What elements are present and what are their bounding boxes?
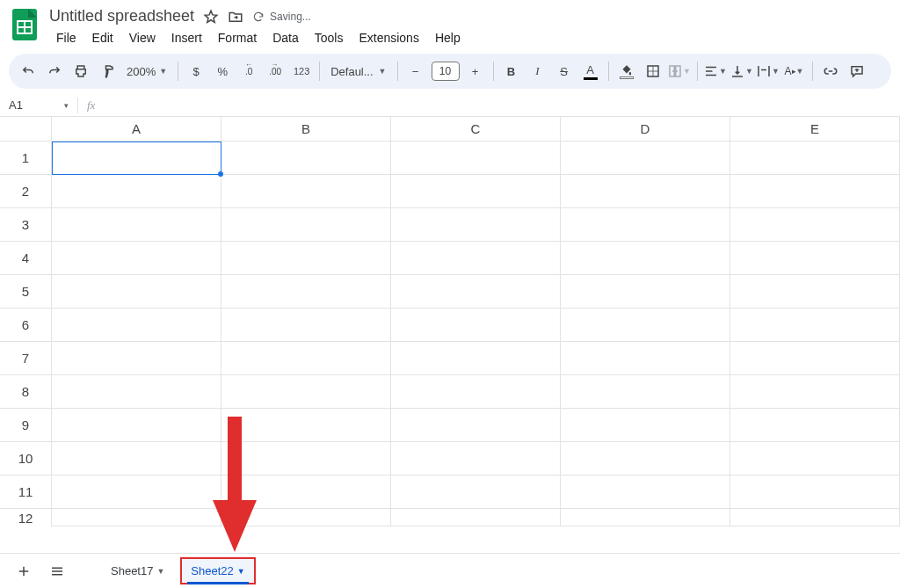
cell[interactable] [391,175,561,208]
comment-button[interactable] [845,59,869,83]
col-header-a[interactable]: A [52,117,221,141]
decrease-font-button[interactable]: − [403,59,428,83]
cell[interactable] [221,309,391,342]
text-wrap-button[interactable]: ▼ [756,59,780,83]
formula-bar[interactable]: fx [78,98,104,113]
cell[interactable] [730,375,900,409]
vertical-align-button[interactable]: ▼ [729,59,754,83]
cell[interactable] [52,342,221,375]
cell[interactable] [52,242,221,275]
cell[interactable] [391,309,561,342]
menu-tools[interactable]: Tools [308,27,351,48]
horizontal-align-button[interactable]: ▼ [703,59,728,83]
text-rotate-button[interactable]: A▸▼ [782,59,807,83]
font-select[interactable]: Defaul...▼ [325,59,391,83]
menu-data[interactable]: Data [265,27,306,48]
row-header[interactable]: 2 [0,175,51,208]
paint-format-button[interactable] [95,59,120,83]
cell[interactable] [561,342,730,375]
cell[interactable] [221,208,391,242]
cell[interactable] [52,175,221,208]
zoom-select[interactable]: 200%▼ [121,59,172,83]
name-box[interactable]: A1 ▾ [0,98,77,112]
cell[interactable] [221,242,391,275]
row-header[interactable]: 9 [0,409,51,442]
cell[interactable] [52,475,221,509]
select-all-corner[interactable] [0,117,52,142]
bold-button[interactable]: B [499,59,524,83]
cell[interactable] [221,442,391,475]
cell[interactable] [221,342,391,375]
cell[interactable] [391,142,561,175]
decrease-decimal-button[interactable]: .0← [236,59,261,83]
menu-view[interactable]: View [122,27,163,48]
increase-decimal-button[interactable]: .00→ [263,59,287,83]
cell[interactable] [561,208,730,242]
font-size-input[interactable]: 10 [432,62,460,81]
sheet-tab-sheet17[interactable]: Sheet17 ▼ [102,559,173,583]
menu-format[interactable]: Format [211,27,264,48]
merge-cells-button[interactable]: ▼ [667,59,692,83]
italic-button[interactable]: I [526,59,550,83]
cell[interactable] [52,208,221,242]
row-header[interactable]: 8 [0,375,51,409]
row-header[interactable]: 4 [0,242,51,275]
percent-button[interactable]: % [210,59,235,83]
cell[interactable] [561,275,730,309]
cell[interactable] [221,475,391,509]
cell[interactable] [391,275,561,309]
cell[interactable] [221,142,391,175]
cell[interactable] [561,142,730,175]
cell[interactable] [561,242,730,275]
row-header[interactable]: 7 [0,342,51,375]
row-header[interactable]: 10 [0,442,51,475]
cell[interactable] [561,409,730,442]
cell[interactable] [52,275,221,309]
cell[interactable] [391,375,561,409]
sheets-logo[interactable] [7,7,42,42]
cell[interactable] [730,208,900,242]
cell[interactable] [391,208,561,242]
cell[interactable] [221,275,391,309]
star-icon[interactable] [203,9,219,25]
cell[interactable] [561,509,730,526]
cell[interactable] [52,442,221,475]
cell[interactable] [221,409,391,442]
cell[interactable] [52,309,221,342]
number-format-button[interactable]: 123 [289,59,314,83]
cell[interactable] [561,375,730,409]
strikethrough-button[interactable]: S [552,59,577,83]
sheet-tab-sheet22[interactable]: Sheet22 ▼ [180,557,255,584]
undo-button[interactable] [16,59,40,83]
row-header[interactable]: 6 [0,309,51,342]
cell[interactable] [391,242,561,275]
menu-help[interactable]: Help [428,27,468,48]
text-color-button[interactable]: A [578,59,603,83]
fill-color-button[interactable] [614,59,639,83]
cell[interactable] [391,409,561,442]
menu-extensions[interactable]: Extensions [352,27,425,48]
cell[interactable] [730,475,900,509]
menu-insert[interactable]: Insert [164,27,209,48]
cell[interactable] [730,342,900,375]
add-sheet-button[interactable] [11,558,37,584]
row-header[interactable]: 11 [0,475,51,509]
col-header-c[interactable]: C [391,117,561,141]
cell[interactable] [221,175,391,208]
cell[interactable] [391,442,561,475]
menu-edit[interactable]: Edit [85,27,120,48]
redo-button[interactable] [42,59,67,83]
cell[interactable] [561,442,730,475]
cell[interactable] [730,409,900,442]
cell[interactable] [561,175,730,208]
cell[interactable] [391,475,561,509]
cell-a1[interactable] [52,142,221,175]
print-button[interactable] [69,59,93,83]
cell[interactable] [52,509,221,526]
row-header[interactable]: 3 [0,208,51,242]
cell[interactable] [561,309,730,342]
cell[interactable] [730,142,900,175]
cell[interactable] [391,509,561,526]
link-button[interactable] [818,59,843,83]
move-folder-icon[interactable] [228,9,243,25]
